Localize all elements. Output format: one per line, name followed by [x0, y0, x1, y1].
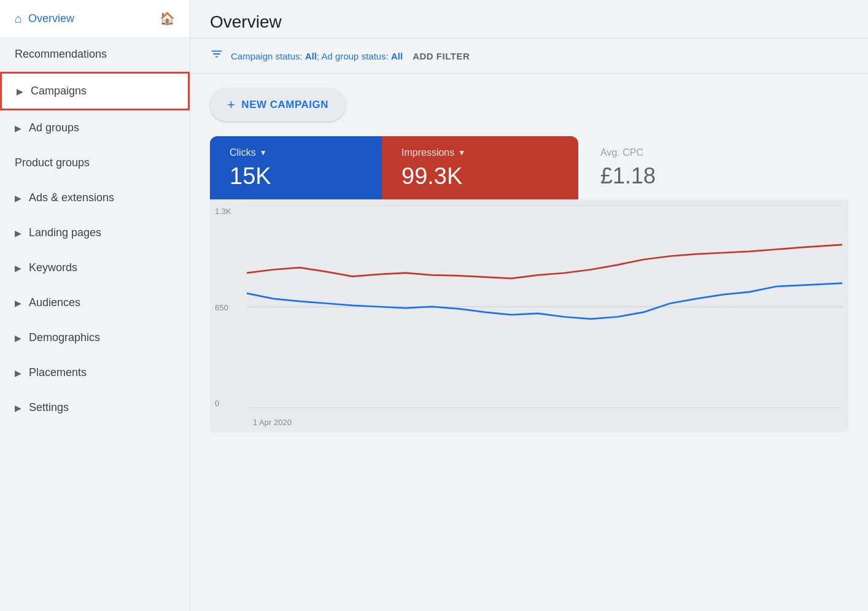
filter-bar: Campaign status: All; Ad group status: A…: [190, 39, 868, 74]
sidebar-item-audiences[interactable]: ▶ Audiences: [0, 285, 190, 320]
add-filter-button[interactable]: ADD FILTER: [413, 51, 470, 61]
clicks-metric-card: Clicks ▼ 15K: [210, 136, 382, 199]
metrics-row: Clicks ▼ 15K Impressions ▼ 99.3K: [210, 136, 848, 199]
chevron-right-icon: ▶: [15, 228, 21, 238]
clicks-line: [247, 283, 842, 319]
chevron-right-icon: ▶: [15, 298, 21, 308]
chevron-right-icon: ▶: [15, 193, 21, 203]
sidebar-item-label: Placements: [29, 366, 87, 379]
sidebar-item-label: Overview: [28, 12, 74, 25]
impressions-line: [247, 245, 842, 279]
new-campaign-label: NEW CAMPAIGN: [241, 99, 328, 111]
sidebar-item-label: Settings: [29, 401, 69, 414]
main-content: Overview Campaign status: All; Ad group …: [190, 0, 868, 611]
chevron-right-icon: ▶: [15, 368, 21, 378]
sidebar-item-campaigns[interactable]: ▶ Campaigns: [0, 72, 190, 110]
y-label-bottom: 0: [215, 399, 231, 408]
sidebar-item-label: Campaigns: [31, 85, 87, 98]
clicks-label: Clicks ▼: [230, 147, 362, 158]
home-fill-icon: ⌂: [15, 12, 22, 26]
sidebar-item-label: Audiences: [29, 296, 80, 309]
y-label-top: 1.3K: [215, 207, 231, 216]
adgroup-status-value: All: [391, 51, 403, 61]
y-label-mid: 650: [215, 303, 231, 312]
sidebar-item-label: Demographics: [29, 331, 100, 344]
sidebar-item-overview[interactable]: ⌂ Overview 🏠: [0, 0, 190, 37]
impressions-dropdown-arrow[interactable]: ▼: [458, 148, 465, 157]
metrics-chart-container: Clicks ▼ 15K Impressions ▼ 99.3K: [210, 136, 848, 432]
sidebar-item-demographics[interactable]: ▶ Demographics: [0, 320, 190, 355]
sidebar-item-label: Recommendations: [15, 48, 107, 61]
page-header: Overview: [190, 0, 868, 39]
avg-cpc-metric-card: Avg. CPC £1.18: [578, 136, 750, 199]
impressions-metric-card: Impressions ▼ 99.3K: [382, 136, 578, 199]
sidebar-item-recommendations[interactable]: Recommendations: [0, 37, 190, 72]
new-campaign-button[interactable]: + NEW CAMPAIGN: [210, 88, 346, 121]
sidebar-item-settings[interactable]: ▶ Settings: [0, 390, 190, 425]
filter-icon: [210, 47, 223, 64]
x-label: 1 Apr 2020: [253, 417, 292, 428]
avg-cpc-value: £1.18: [600, 163, 730, 189]
page-title: Overview: [210, 12, 848, 32]
plus-icon: +: [227, 97, 235, 113]
sidebar-item-label: Keywords: [29, 261, 77, 274]
chevron-right-icon: ▶: [15, 123, 21, 133]
impressions-value: 99.3K: [401, 163, 559, 190]
chart-svg: [247, 206, 842, 408]
sidebar-item-landing-pages[interactable]: ▶ Landing pages: [0, 215, 190, 250]
clicks-value: 15K: [230, 163, 362, 190]
sidebar-item-placements[interactable]: ▶ Placements: [0, 355, 190, 390]
chevron-right-icon: ▶: [15, 403, 21, 413]
campaign-status-value: All: [305, 51, 317, 61]
sidebar-item-label: Landing pages: [29, 226, 101, 239]
chart-container: 1.3K 650 0 1 Apr 2020: [210, 199, 848, 432]
chevron-right-icon: ▶: [17, 86, 23, 96]
avg-cpc-label: Avg. CPC: [600, 147, 730, 158]
sidebar-item-keywords[interactable]: ▶ Keywords: [0, 250, 190, 285]
sidebar-item-ad-groups[interactable]: ▶ Ad groups: [0, 110, 190, 145]
sidebar-item-label: Ads & extensions: [29, 191, 114, 204]
sidebar-item-product-groups[interactable]: Product groups: [0, 145, 190, 180]
chevron-right-icon: ▶: [15, 263, 21, 273]
impressions-label: Impressions ▼: [401, 147, 559, 158]
content-area: + NEW CAMPAIGN Clicks ▼ 15K Impressio: [190, 74, 868, 611]
sidebar-item-label: Ad groups: [29, 121, 79, 134]
sidebar-item-ads-extensions[interactable]: ▶ Ads & extensions: [0, 180, 190, 215]
home-icon: 🏠: [160, 11, 175, 26]
sidebar: ⌂ Overview 🏠 Recommendations ▶ Campaigns…: [0, 0, 190, 611]
sidebar-item-label: Product groups: [15, 156, 90, 169]
filter-status-text: Campaign status: All; Ad group status: A…: [231, 51, 403, 61]
chevron-right-icon: ▶: [15, 333, 21, 343]
clicks-dropdown-arrow[interactable]: ▼: [260, 148, 267, 157]
